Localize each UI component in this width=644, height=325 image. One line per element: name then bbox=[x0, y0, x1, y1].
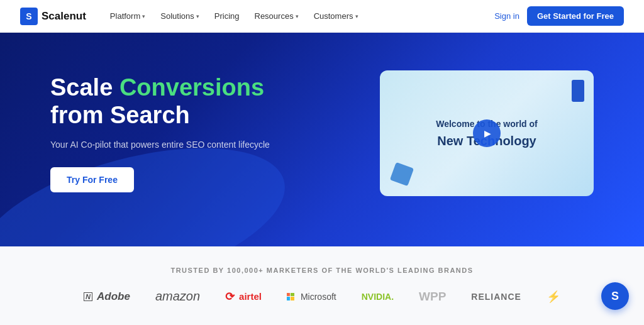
fab-icon: S bbox=[611, 290, 619, 303]
chevron-down-icon: ▾ bbox=[142, 13, 145, 19]
hero-section: Scale Conversions from Search Your AI Co… bbox=[0, 33, 644, 246]
brand-adobe: N Adobe bbox=[84, 290, 130, 303]
hero-subtitle: Your AI Co-pilot that powers entire SEO … bbox=[50, 140, 342, 150]
hero-title: Scale Conversions from Search bbox=[50, 74, 342, 129]
brand-reliance: RELIANCE bbox=[471, 292, 521, 302]
logo-text: Scalenut bbox=[42, 10, 86, 23]
try-for-free-button[interactable]: Try For Free bbox=[50, 167, 134, 192]
fab-button[interactable]: S bbox=[601, 282, 629, 310]
nav-links: Platform ▾ Solutions ▾ Pricing Resources… bbox=[104, 8, 494, 25]
signin-link[interactable]: Sign in bbox=[494, 11, 519, 21]
logo[interactable]: S Scalenut bbox=[20, 8, 86, 25]
play-button[interactable] bbox=[473, 119, 501, 147]
trusted-label: TRUSTED BY 100,000+ MARKETERS OF THE WOR… bbox=[50, 267, 594, 274]
microsoft-icon bbox=[287, 293, 294, 300]
chevron-down-icon: ▾ bbox=[355, 13, 358, 19]
hero-video[interactable]: Welcome to the world of New Technology bbox=[380, 70, 594, 196]
decorative-bar bbox=[572, 80, 584, 102]
logo-icon: S bbox=[20, 8, 38, 25]
nav-resources[interactable]: Resources ▾ bbox=[248, 8, 305, 25]
chevron-down-icon: ▾ bbox=[296, 13, 299, 19]
brand-wpp: WPP bbox=[419, 290, 446, 304]
nav-solutions[interactable]: Solutions ▾ bbox=[154, 8, 205, 25]
decorative-cube bbox=[390, 162, 414, 186]
nav-platform[interactable]: Platform ▾ bbox=[104, 8, 152, 25]
nav-right: Sign in Get Started for Free bbox=[494, 6, 624, 26]
brands-list: N Adobe amazon ⟳ airtel Microsoft NVIDIA… bbox=[50, 289, 594, 304]
chevron-down-icon: ▾ bbox=[196, 13, 199, 19]
nav-pricing[interactable]: Pricing bbox=[208, 8, 246, 25]
get-started-button[interactable]: Get Started for Free bbox=[527, 6, 624, 26]
nav-customers[interactable]: Customers ▾ bbox=[308, 8, 365, 25]
brand-extra: ⚡ bbox=[547, 290, 560, 304]
brand-airtel: ⟳ airtel bbox=[225, 290, 262, 304]
brand-amazon: amazon bbox=[155, 289, 200, 304]
hero-text: Scale Conversions from Search Your AI Co… bbox=[50, 74, 342, 192]
navbar: S Scalenut Platform ▾ Solutions ▾ Pricin… bbox=[0, 0, 644, 33]
brand-nvidia: NVIDIA. bbox=[362, 292, 394, 302]
trusted-section: TRUSTED BY 100,000+ MARKETERS OF THE WOR… bbox=[0, 246, 644, 325]
brand-microsoft: Microsoft bbox=[287, 292, 336, 302]
